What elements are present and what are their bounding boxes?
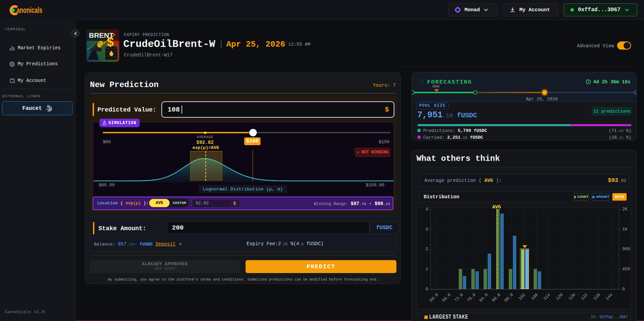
svg-text:$: $ [107,35,114,49]
